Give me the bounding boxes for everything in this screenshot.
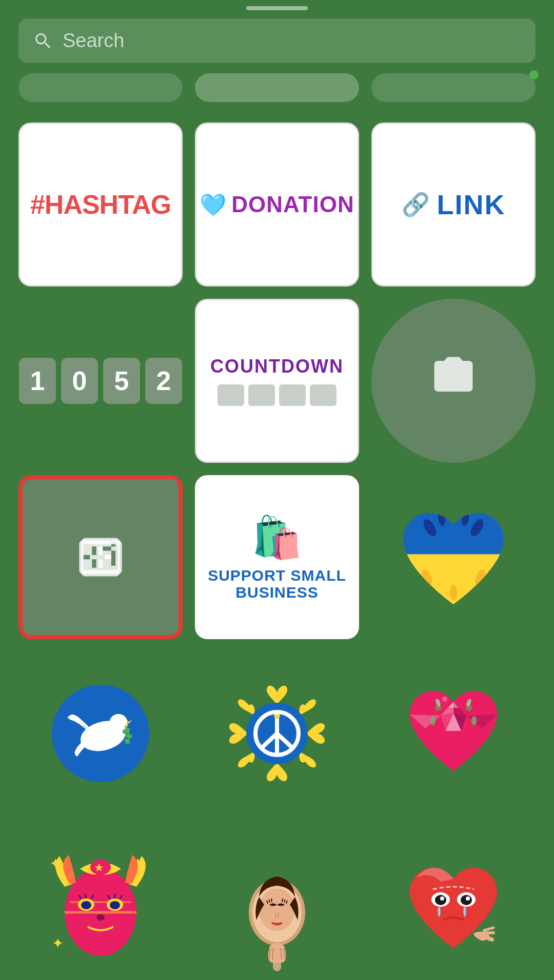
tab-dot — [529, 70, 539, 79]
top-indicator — [246, 6, 308, 10]
countdown-boxes — [217, 384, 337, 406]
tab-3[interactable] — [371, 73, 536, 102]
svg-rect-2 — [394, 501, 512, 560]
timer-digit-1: 1 — [19, 358, 56, 404]
support-label: SUPPORT SMALL BUSINESS — [203, 567, 351, 601]
svg-text:★: ★ — [94, 861, 104, 874]
tab-2[interactable] — [195, 73, 359, 102]
svg-point-69 — [435, 895, 446, 905]
link-label: LINK — [437, 189, 506, 220]
dove-sticker[interactable] — [18, 651, 183, 815]
countdown-box-3 — [279, 384, 306, 406]
ukraine-heart-svg — [394, 501, 512, 614]
search-container: Search — [0, 14, 554, 73]
countdown-box-4 — [310, 384, 337, 406]
add-sticker[interactable] — [18, 475, 183, 639]
camera-icon — [430, 353, 477, 409]
svg-point-35 — [471, 716, 477, 725]
sunflower-peace-sticker[interactable] — [195, 651, 359, 815]
countdown-sticker[interactable]: COUNTDOWN — [195, 299, 359, 463]
link-sticker[interactable]: 🔗 LINK — [371, 122, 536, 287]
search-placeholder: Search — [63, 30, 124, 52]
svg-point-70 — [440, 896, 444, 901]
svg-point-47 — [110, 901, 120, 909]
hashtag-label: #HASHTAG — [30, 189, 171, 220]
sticker-grid: #HASHTAG 🩵 DONATION 🔗 LINK 1 0 5 2 COUNT… — [0, 122, 554, 980]
ukraine-heart-sticker[interactable] — [371, 475, 536, 639]
timer-digit-2: 0 — [61, 358, 98, 404]
timer-sticker[interactable]: 1 0 5 2 — [18, 299, 183, 463]
svg-line-63 — [271, 899, 272, 902]
camera-sticker[interactable] — [371, 299, 536, 463]
countdown-box-2 — [248, 384, 275, 406]
support-small-business-sticker[interactable]: 🛍️ SUPPORT SMALL BUSINESS — [195, 475, 359, 639]
top-bar — [0, 0, 554, 14]
svg-point-72 — [461, 895, 472, 905]
dove-icon — [49, 682, 152, 785]
search-bar[interactable]: Search — [18, 18, 536, 63]
svg-point-54 — [96, 914, 105, 921]
countdown-title: COUNTDOWN — [210, 356, 344, 377]
donation-sticker[interactable]: 🩵 DONATION — [195, 122, 359, 287]
mirror-lady-sticker[interactable] — [195, 828, 359, 980]
countdown-box-1 — [217, 384, 244, 406]
mirror-lady-icon — [231, 846, 323, 974]
svg-point-39 — [442, 697, 447, 702]
search-icon — [33, 31, 53, 51]
svg-point-34 — [430, 716, 436, 725]
svg-rect-3 — [394, 554, 512, 613]
hashtag-sticker[interactable]: #HASHTAG — [18, 122, 183, 287]
timer-digit-4: 2 — [145, 358, 182, 404]
sunflower-peace-icon — [221, 677, 333, 790]
add-sticker-inner — [23, 479, 179, 635]
diamond-heart-icon — [400, 680, 507, 787]
shopping-bag-icon: 🛍️ — [251, 514, 303, 562]
carnival-mask-icon: ✦ ✦ ✦ — [44, 846, 157, 974]
svg-point-11 — [450, 585, 457, 600]
tab-1[interactable] — [18, 73, 183, 102]
svg-line-66 — [282, 899, 283, 902]
cry-heart-sticker[interactable] — [371, 828, 536, 980]
svg-point-46 — [81, 901, 91, 909]
svg-point-8 — [450, 507, 457, 524]
add-icon — [75, 532, 126, 583]
carnival-mask-sticker[interactable]: ✦ ✦ ✦ — [18, 828, 183, 980]
timer-digit-3: 5 — [103, 358, 140, 404]
svg-point-73 — [466, 896, 470, 901]
donation-heart-icon: 🩵 — [200, 192, 226, 217]
diamond-heart-sticker[interactable] — [371, 651, 536, 815]
category-tabs — [0, 73, 554, 102]
svg-text:✦: ✦ — [52, 935, 64, 951]
link-chain-icon: 🔗 — [402, 191, 430, 218]
crying-heart-icon — [402, 853, 505, 966]
donation-label: DONATION — [231, 192, 354, 217]
